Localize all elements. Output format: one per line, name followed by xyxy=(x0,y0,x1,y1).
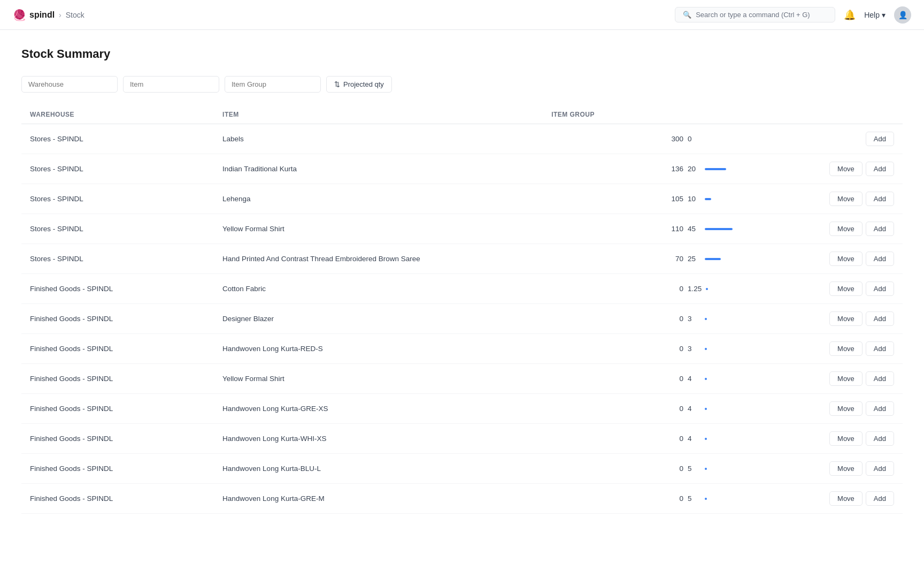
qty-projected: 3 xyxy=(688,345,700,353)
move-button[interactable]: Move xyxy=(829,371,863,386)
avatar[interactable]: 👤 xyxy=(894,6,911,24)
add-button[interactable]: Add xyxy=(866,311,894,326)
notification-bell-icon[interactable]: 🔔 xyxy=(844,9,856,21)
col-warehouse: Warehouse xyxy=(21,105,214,124)
add-button[interactable]: Add xyxy=(866,461,894,476)
add-button[interactable]: Add xyxy=(866,132,894,146)
item-filter[interactable] xyxy=(123,76,219,93)
item-cell: Handwoven Long Kurta-WHI-XS xyxy=(214,424,543,454)
qty-cell: 04 xyxy=(659,424,817,454)
warehouse-cell: Finished Goods - SPINDL xyxy=(21,484,214,514)
item-group-cell xyxy=(543,304,659,334)
item-group-cell xyxy=(543,154,659,184)
add-button[interactable]: Add xyxy=(866,282,894,296)
projected-label: Projected qty xyxy=(343,80,384,88)
table-row: Stores - SPINDLYellow Formal Shirt11045M… xyxy=(21,214,903,244)
item-group-cell xyxy=(543,244,659,274)
item-group-filter[interactable] xyxy=(225,76,321,93)
warehouse-cell: Finished Goods - SPINDL xyxy=(21,304,214,334)
qty-actual: 300 xyxy=(667,135,683,143)
action-cell: MoveAdd xyxy=(817,244,903,274)
warehouse-cell: Finished Goods - SPINDL xyxy=(21,394,214,424)
brand-name: spindl xyxy=(29,10,55,20)
add-button[interactable]: Add xyxy=(866,222,894,236)
item-group-cell xyxy=(543,424,659,454)
qty-bar xyxy=(705,378,707,380)
qty-actual: 0 xyxy=(667,435,683,443)
item-group-cell xyxy=(543,364,659,394)
qty-cell: 7025 xyxy=(659,244,817,274)
table-row: Stores - SPINDLLehenga10510MoveAdd xyxy=(21,184,903,214)
qty-bar xyxy=(705,408,707,410)
qty-bar xyxy=(705,468,707,470)
add-button[interactable]: Add xyxy=(866,162,894,176)
item-group-cell xyxy=(543,484,659,514)
move-button[interactable]: Move xyxy=(829,431,863,446)
col-item: Item xyxy=(214,105,543,124)
move-button[interactable]: Move xyxy=(829,491,863,506)
qty-bar xyxy=(705,498,707,500)
add-button[interactable]: Add xyxy=(866,401,894,416)
qty-actual: 136 xyxy=(667,165,683,173)
brand-logo[interactable]: 🧶 spindl xyxy=(13,9,55,21)
qty-bar xyxy=(705,318,707,320)
add-button[interactable]: Add xyxy=(866,252,894,266)
item-cell: Labels xyxy=(214,124,543,154)
item-cell: Lehenga xyxy=(214,184,543,214)
qty-cell: 13620 xyxy=(659,154,817,184)
search-icon: 🔍 xyxy=(683,11,691,19)
warehouse-filter[interactable] xyxy=(21,76,118,93)
add-button[interactable]: Add xyxy=(866,341,894,356)
action-cell: MoveAdd xyxy=(817,184,903,214)
qty-projected: 5 xyxy=(688,465,700,473)
qty-bar xyxy=(705,168,726,170)
item-cell: Handwoven Long Kurta-GRE-XS xyxy=(214,394,543,424)
add-button[interactable]: Add xyxy=(866,431,894,446)
warehouse-cell: Stores - SPINDL xyxy=(21,124,214,154)
warehouse-cell: Finished Goods - SPINDL xyxy=(21,454,214,484)
item-cell: Designer Blazer xyxy=(214,304,543,334)
move-button[interactable]: Move xyxy=(829,162,863,176)
add-button[interactable]: Add xyxy=(866,192,894,206)
item-cell: Handwoven Long Kurta-BLU-L xyxy=(214,454,543,484)
item-cell: Yellow Formal Shirt xyxy=(214,214,543,244)
qty-actual: 0 xyxy=(667,495,683,503)
item-group-cell xyxy=(543,394,659,424)
stock-table: Warehouse Item Item Group Stores - SPIND… xyxy=(21,105,903,514)
qty-actual: 0 xyxy=(667,345,683,353)
move-button[interactable]: Move xyxy=(829,341,863,356)
add-button[interactable]: Add xyxy=(866,371,894,386)
item-group-cell xyxy=(543,124,659,154)
qty-cell: 01.25 xyxy=(659,274,817,304)
action-cell: MoveAdd xyxy=(817,484,903,514)
move-button[interactable]: Move xyxy=(829,401,863,416)
warehouse-cell: Finished Goods - SPINDL xyxy=(21,274,214,304)
navbar-right: 🔍 Search or type a command (Ctrl + G) 🔔 … xyxy=(675,6,911,24)
move-button[interactable]: Move xyxy=(829,282,863,296)
qty-projected: 4 xyxy=(688,435,700,443)
search-bar[interactable]: 🔍 Search or type a command (Ctrl + G) xyxy=(675,7,835,22)
table-body: Stores - SPINDLLabels3000AddStores - SPI… xyxy=(21,124,903,514)
item-group-cell xyxy=(543,274,659,304)
qty-projected: 25 xyxy=(688,255,700,263)
action-cell: MoveAdd xyxy=(817,274,903,304)
move-button[interactable]: Move xyxy=(829,222,863,236)
qty-projected: 3 xyxy=(688,315,700,323)
qty-actual: 105 xyxy=(667,195,683,203)
move-button[interactable]: Move xyxy=(829,461,863,476)
qty-cell: 11045 xyxy=(659,214,817,244)
item-group-cell xyxy=(543,454,659,484)
move-button[interactable]: Move xyxy=(829,192,863,206)
move-button[interactable]: Move xyxy=(829,311,863,326)
item-cell: Hand Printed And Contrast Thread Embroid… xyxy=(214,244,543,274)
navbar: 🧶 spindl › Stock 🔍 Search or type a comm… xyxy=(0,0,924,30)
add-button[interactable]: Add xyxy=(866,491,894,506)
qty-projected: 5 xyxy=(688,495,700,503)
action-cell: MoveAdd xyxy=(817,154,903,184)
item-group-cell xyxy=(543,184,659,214)
help-button[interactable]: Help ▾ xyxy=(864,11,886,19)
move-button[interactable]: Move xyxy=(829,252,863,266)
table-row: Finished Goods - SPINDLYellow Formal Shi… xyxy=(21,364,903,394)
projected-qty-button[interactable]: ⇅ Projected qty xyxy=(326,76,392,93)
help-label: Help xyxy=(864,11,880,19)
